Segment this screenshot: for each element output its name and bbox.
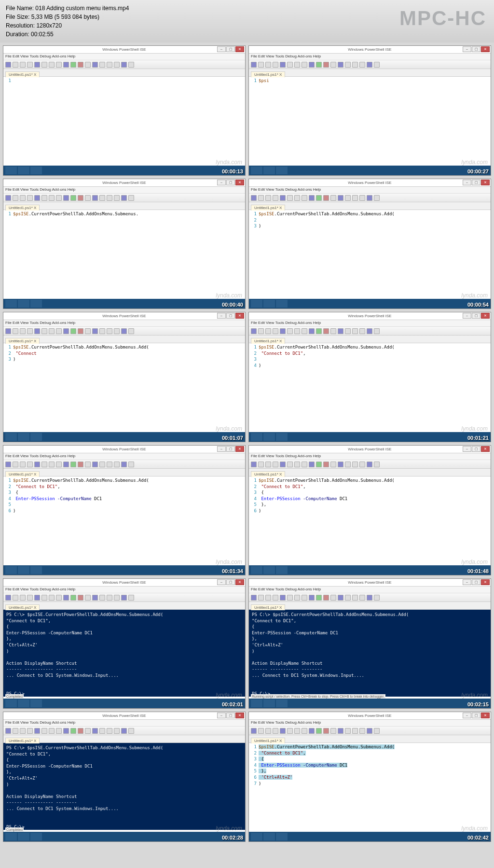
code-line[interactable]: 4 Enter-PSSession -ComputerName DC1	[251, 762, 489, 769]
script-tab[interactable]: Untitled1.ps1* X	[5, 738, 40, 743]
menu-bar[interactable]: File Edit View Tools Debug Add-ons Help	[3, 320, 245, 327]
toolbar-button-4[interactable]	[280, 595, 286, 601]
toolbar-button-15[interactable]	[359, 62, 365, 68]
code-line[interactable]: 2 "Connect	[5, 350, 243, 357]
toolbar-button-4[interactable]	[280, 328, 286, 334]
toolbar-button-16[interactable]	[121, 462, 127, 467]
toolbar-button-0[interactable]	[251, 328, 257, 334]
toolbar-button-4[interactable]	[34, 728, 40, 734]
toolbar-button-3[interactable]	[273, 62, 278, 68]
code-line[interactable]: 2 "Connect to DC1",	[251, 750, 489, 756]
script-tab[interactable]: Untitled1.ps1* X	[251, 338, 285, 344]
powershell-console[interactable]: PS C:\> $psISE.CurrentPowerShellTab.AddO…	[3, 610, 245, 697]
code-line[interactable]: 5 },	[251, 502, 489, 508]
toolbar-button-4[interactable]	[34, 595, 40, 601]
toolbar-button-8[interactable]	[63, 62, 69, 68]
script-tab[interactable]: Untitled1.ps1* X	[5, 471, 40, 477]
taskbar-item[interactable]	[276, 700, 288, 707]
toolbar-button-2[interactable]	[265, 328, 271, 334]
window-titlebar[interactable]: Windows PowerShell ISE – ▢ ✕	[3, 579, 245, 587]
menu-bar[interactable]: File Edit View Tools Debug Add-ons Help	[249, 54, 491, 60]
toolbar-button-5[interactable]	[41, 195, 47, 201]
close-button[interactable]: ✕	[235, 713, 244, 718]
tab-close-icon[interactable]: X	[279, 206, 282, 210]
toolbar-button-13[interactable]	[345, 462, 351, 467]
toolbar-button-1[interactable]	[13, 62, 18, 68]
window-titlebar[interactable]: Windows PowerShell ISE – ▢ ✕	[3, 179, 245, 187]
toolbar-button-8[interactable]	[309, 62, 315, 68]
toolbar-button-8[interactable]	[309, 462, 315, 467]
toolbar-button-1[interactable]	[13, 728, 18, 734]
start-button[interactable]	[251, 566, 262, 574]
toolbar-button-7[interactable]	[302, 195, 307, 201]
toolbar-button-2[interactable]	[265, 195, 271, 201]
code-line[interactable]: 1$psISE.CurrentPowerShellTab.AddOnsMenu.…	[5, 477, 243, 484]
toolbar-button-3[interactable]	[273, 462, 278, 467]
toolbar-button-5[interactable]	[41, 328, 47, 334]
tab-close-icon[interactable]: X	[34, 472, 36, 476]
toolbar-button-16[interactable]	[121, 595, 127, 601]
toolbar-button-17[interactable]	[128, 728, 134, 734]
tab-close-icon[interactable]: X	[279, 72, 282, 77]
maximize-button[interactable]: ▢	[226, 180, 235, 185]
tab-close-icon[interactable]: X	[34, 739, 36, 743]
minimize-button[interactable]: –	[217, 180, 226, 185]
toolbar-button-15[interactable]	[359, 328, 365, 334]
close-button[interactable]: ✕	[481, 46, 490, 52]
toolbar-button-2[interactable]	[20, 62, 26, 68]
start-button[interactable]	[5, 566, 17, 574]
toolbar-button-14[interactable]	[352, 595, 358, 601]
start-button[interactable]	[251, 167, 262, 174]
code-line[interactable]: 3	[251, 356, 489, 363]
toolbar-button-6[interactable]	[294, 728, 300, 734]
script-tab[interactable]: Untitled1.ps1* X	[5, 205, 40, 210]
start-button[interactable]	[5, 300, 17, 308]
maximize-button[interactable]: ▢	[226, 579, 235, 585]
toolbar-button-8[interactable]	[309, 728, 315, 734]
maximize-button[interactable]: ▢	[472, 713, 480, 718]
toolbar-button-14[interactable]	[107, 195, 112, 201]
toolbar-button-17[interactable]	[128, 462, 134, 467]
taskbar-item[interactable]	[30, 300, 42, 308]
toolbar-button-15[interactable]	[114, 595, 120, 601]
taskbar-item[interactable]	[18, 300, 29, 308]
menu-bar[interactable]: File Edit View Tools Debug Add-ons Help	[3, 54, 245, 60]
toolbar-button-13[interactable]	[99, 728, 105, 734]
toolbar-button-9[interactable]	[316, 328, 322, 334]
toolbar-button-0[interactable]	[5, 328, 11, 334]
code-line[interactable]: 2 "Connect to DC1",	[251, 350, 489, 357]
toolbar-button-7[interactable]	[56, 328, 62, 334]
toolbar-button-8[interactable]	[309, 595, 315, 601]
code-line[interactable]: 6)	[5, 508, 243, 514]
start-button[interactable]	[251, 833, 262, 840]
toolbar-button-12[interactable]	[338, 595, 343, 601]
code-line[interactable]: 3)	[5, 356, 243, 363]
toolbar-button-0[interactable]	[5, 462, 11, 467]
toolbar-button-4[interactable]	[280, 62, 286, 68]
toolbar-button-15[interactable]	[359, 595, 365, 601]
menu-bar[interactable]: File Edit View Tools Debug Add-ons Help	[249, 453, 491, 460]
toolbar-button-9[interactable]	[316, 462, 322, 467]
toolbar-button-14[interactable]	[107, 62, 112, 68]
toolbar-button-6[interactable]	[294, 462, 300, 467]
toolbar-button-10[interactable]	[78, 728, 83, 734]
code-line[interactable]: 1$psISE.CurrentPowerShellTab.AddOnsMenu.…	[5, 344, 243, 350]
toolbar-button-2[interactable]	[265, 728, 271, 734]
tab-close-icon[interactable]: X	[279, 472, 282, 476]
toolbar-button-8[interactable]	[63, 595, 69, 601]
window-titlebar[interactable]: Windows PowerShell ISE – ▢ ✕	[3, 712, 245, 720]
menu-bar[interactable]: File Edit View Tools Debug Add-ons Help	[3, 587, 245, 593]
toolbar-button-5[interactable]	[287, 728, 293, 734]
code-line[interactable]: 6)	[251, 508, 489, 514]
script-editor[interactable]: 1$psISE.CurrentPowerShellTab.AddOnsMenu.…	[3, 210, 245, 218]
toolbar-button-6[interactable]	[294, 328, 300, 334]
toolbar-button-15[interactable]	[114, 728, 120, 734]
tab-close-icon[interactable]: X	[34, 605, 36, 610]
toolbar-button-6[interactable]	[294, 195, 300, 201]
toolbar-button-10[interactable]	[323, 62, 329, 68]
close-button[interactable]: ✕	[481, 579, 490, 585]
close-button[interactable]: ✕	[481, 446, 490, 452]
toolbar-button-11[interactable]	[330, 62, 336, 68]
menu-bar[interactable]: File Edit View Tools Debug Add-ons Help	[3, 187, 245, 194]
taskbar-item[interactable]	[276, 433, 288, 441]
